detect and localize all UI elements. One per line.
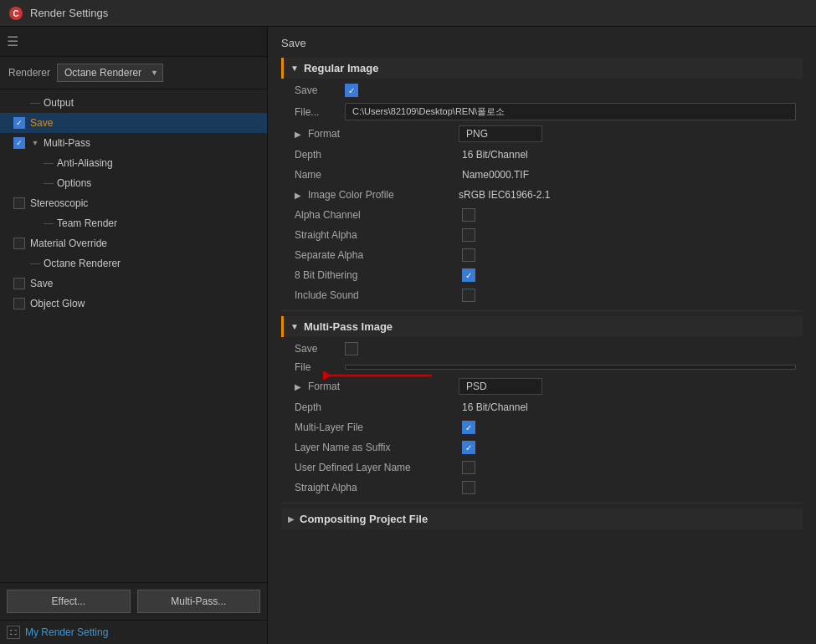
multi-pass-save-label: Save (295, 343, 345, 355)
sidebar: ☰ Renderer Octane Renderer — Output Save (0, 27, 268, 644)
straight-alpha-label: Straight Alpha (295, 229, 462, 241)
sidebar-item-teamrender[interactable]: — Team Render (0, 213, 267, 233)
title-bar: C Render Settings (0, 0, 816, 27)
section-divider-2 (281, 503, 803, 503)
renderer-select-wrapper[interactable]: Octane Renderer (57, 64, 163, 82)
multi-pass-file-row: File (281, 359, 803, 376)
content-panel: Save ▼ Regular Image Save File... C:\Use… (268, 27, 816, 644)
sidebar-item-stereoscopic[interactable]: Stereoscopic (0, 193, 267, 213)
multi-layer-file-label: Multi-Layer File (295, 422, 462, 433)
stereoscopic-checkbox[interactable] (13, 197, 25, 209)
depth-row: Depth 16 Bit/Channel (281, 145, 803, 165)
multi-pass-save-checkbox[interactable] (345, 342, 358, 355)
format-expand-arrow[interactable]: ▶ (295, 130, 301, 139)
tree-item-label-stereoscopic: Stereoscopic (30, 197, 88, 209)
compositing-project-title: Compositing Project File (300, 513, 428, 525)
separate-alpha-label: Separate Alpha (295, 249, 462, 261)
sidebar-item-output[interactable]: — Output (0, 93, 267, 113)
tree-item-label-magicbullet: Save (30, 278, 53, 289)
sidebar-item-options[interactable]: — Options (0, 173, 267, 193)
separate-alpha-checkbox[interactable] (462, 248, 475, 262)
sidebar-item-antialiasing[interactable]: — Anti-Aliasing (0, 153, 267, 173)
user-defined-layer-label: User Defined Layer Name (295, 462, 462, 473)
multi-pass-format-expand-arrow[interactable]: ▶ (295, 382, 301, 391)
tree-item-label-multipass: Multi-Pass (44, 137, 90, 149)
objectglow-checkbox[interactable] (13, 298, 25, 309)
name-row: Name Name0000.TIF (281, 165, 803, 185)
tree-item-label-objectglow: Object Glow (30, 298, 85, 309)
sidebar-item-multipass[interactable]: ▼ Multi-Pass (0, 133, 267, 153)
multi-pass-straight-alpha-checkbox[interactable] (462, 481, 475, 494)
dash-icon: — (44, 157, 54, 169)
renderer-row: Renderer Octane Renderer (0, 57, 267, 89)
color-profile-value: sRGB IEC61966-2.1 (459, 189, 550, 201)
save-checkbox[interactable] (13, 117, 25, 129)
separate-alpha-row: Separate Alpha (281, 245, 803, 265)
regular-image-expand-icon: ▼ (290, 64, 299, 73)
multi-pass-straight-alpha-label: Straight Alpha (295, 482, 462, 493)
magicbullet-checkbox[interactable] (13, 278, 25, 289)
multi-pass-image-expand-icon: ▼ (290, 322, 299, 331)
compositing-project-header[interactable]: ▶ Compositing Project File (281, 509, 803, 529)
regular-image-header[interactable]: ▼ Regular Image (281, 58, 803, 79)
tree-item-label-octanerenderer: Octane Renderer (44, 258, 121, 269)
include-sound-row: Include Sound (281, 285, 803, 305)
multi-pass-file-value[interactable] (345, 365, 796, 370)
main-layout: ☰ Renderer Octane Renderer — Output Save (0, 27, 816, 644)
my-render-setting-row: ⛶ My Render Setting (0, 620, 267, 644)
window-title: Render Settings (30, 7, 108, 19)
dash-icon: — (30, 258, 40, 269)
my-render-setting-label[interactable]: My Render Setting (25, 626, 108, 638)
sidebar-bottom-buttons: Effect... Multi-Pass... (0, 582, 267, 620)
sidebar-item-save[interactable]: Save (0, 113, 267, 133)
regular-image-title: Regular Image (304, 62, 379, 74)
multi-layer-file-checkbox[interactable] (462, 421, 475, 434)
materialoverride-checkbox[interactable] (13, 238, 25, 249)
multi-pass-straight-alpha-row: Straight Alpha (281, 478, 803, 498)
multi-pass-button[interactable]: Multi-Pass... (137, 590, 261, 613)
format-label: Format (308, 128, 459, 140)
dithering-checkbox[interactable] (462, 268, 475, 282)
alpha-channel-label: Alpha Channel (295, 209, 462, 221)
depth-value: 16 Bit/Channel (462, 149, 796, 161)
renderer-select[interactable]: Octane Renderer (57, 64, 163, 82)
sidebar-item-materialoverride[interactable]: Material Override (0, 233, 267, 253)
sidebar-item-objectglow[interactable]: Object Glow (0, 294, 267, 314)
straight-alpha-checkbox[interactable] (462, 228, 475, 242)
regular-image-save-checkbox[interactable] (345, 84, 358, 97)
expand-icon-multipass[interactable]: ▼ (30, 138, 40, 148)
multi-pass-format-value[interactable]: PSD (459, 378, 542, 395)
name-value: Name0000.TIF (462, 169, 796, 181)
name-label: Name (295, 169, 462, 181)
layer-name-suffix-checkbox[interactable] (462, 441, 475, 454)
dithering-label: 8 Bit Dithering (295, 269, 462, 281)
menu-icon[interactable]: ☰ (7, 33, 18, 49)
multipass-checkbox[interactable] (13, 137, 25, 149)
layer-name-suffix-row: Layer Name as Suffix (281, 437, 803, 457)
expand-square-icon[interactable]: ⛶ (7, 626, 20, 639)
user-defined-layer-checkbox[interactable] (462, 461, 475, 474)
file-path-value[interactable]: C:\Users\82109\Desktop\REN\폴로소 (345, 103, 796, 120)
sidebar-item-magicbullet[interactable]: Save (0, 273, 267, 294)
multi-pass-save-row: Save (281, 339, 803, 359)
format-value[interactable]: PNG (459, 125, 542, 142)
include-sound-checkbox[interactable] (462, 289, 475, 302)
save-section-header: Save (281, 37, 803, 49)
sidebar-item-octanerenderer[interactable]: — Octane Renderer (0, 253, 267, 273)
multi-pass-depth-value: 16 Bit/Channel (462, 401, 796, 413)
multi-pass-depth-label: Depth (295, 401, 462, 413)
multi-pass-format-label: Format (308, 381, 459, 392)
alpha-channel-checkbox[interactable] (462, 208, 475, 222)
tree-item-label-teamrender: Team Render (57, 217, 117, 229)
tree-item-label-output: Output (44, 97, 74, 109)
regular-image-save-row: Save (281, 80, 803, 100)
format-row: ▶ Format PNG (281, 123, 803, 145)
effect-button[interactable]: Effect... (7, 590, 131, 613)
color-profile-expand-arrow[interactable]: ▶ (295, 191, 301, 200)
multi-pass-depth-row: Depth 16 Bit/Channel (281, 397, 803, 417)
dash-icon: — (30, 97, 40, 109)
sidebar-toolbar: ☰ (0, 27, 267, 57)
multi-pass-image-header[interactable]: ▼ Multi-Pass Image (281, 316, 803, 337)
color-profile-row: ▶ Image Color Profile sRGB IEC61966-2.1 (281, 185, 803, 205)
save-section-title: Save (281, 37, 306, 49)
